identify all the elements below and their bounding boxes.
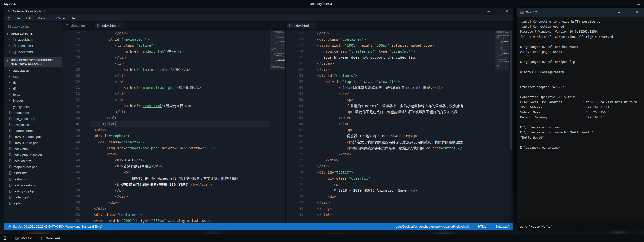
tree-folder[interactable]: ▸images [4,97,62,103]
notepada-titlebar[interactable]: NotepadA - index.html – □ × [4,8,513,15]
line-number: 53 [286,42,303,48]
tree-folder[interactable]: ▸yamiyamlml [4,103,62,110]
bracket-highlight: </div> [102,122,116,126]
maximize-icon[interactable]: □ [627,10,629,14]
tree-file[interactable]: features.html [4,128,62,134]
open-editors-header[interactable]: ▾ OPEN EDITORS [4,31,62,36]
vertical-scrollbar[interactable] [509,30,513,223]
tree-file[interactable]: index.html [4,146,62,152]
terminal-input[interactable]: echo "Hello World" [517,223,644,230]
menu-help[interactable]: Help [68,16,80,20]
tree-file[interactable]: trailer.mp4 [4,194,62,200]
tree-folder[interactable]: ▸autostation [4,67,62,73]
code-line: <p>請注意，我們的伺服器為確保玩家及遊玩時的質素，我們對的服務開放 [313,139,495,145]
tree-file[interactable]: teabag.7z [4,176,62,182]
code-line: <a href="news.html">玩家傳送門</a> [89,103,270,109]
tree-file[interactable]: HKWTC rule.pdf [4,140,62,146]
tree-file[interactable]: mapredirect.php [4,164,62,170]
tree-file[interactable]: location.html [4,158,62,164]
code-area[interactable]: </div> <ul id="navigation"> <li class="a… [85,30,270,223]
terminal-line: Ethernet adapter ?A?????: [520,85,641,90]
close-editor-icon[interactable]: × [9,44,11,48]
open-editor-label: index.html [18,44,33,48]
tree-folder[interactable]: ▸dl [4,85,62,91]
code-line: <div> [89,151,270,157]
tree-file[interactable]: test_sockets.php [4,182,62,188]
code-line: <b>你知道我們全線伺服器已轉用 SSD 了嗎？</b></span> [89,181,270,187]
os-brand[interactable]: My ArOZ [4,2,17,6]
line-number: 71 [286,151,303,157]
minimize-icon[interactable]: – [618,10,620,14]
editor-group-right: index.html× 5152535455565758596061626364… [286,22,513,223]
line-number: 74 [286,169,303,175]
tab-close-icon[interactable]: × [311,24,313,27]
taskbar-item-wstty[interactable]: WsTTY [11,234,36,242]
tree-file[interactable]: favicon.ico [4,122,62,128]
menu-view[interactable]: View [35,16,48,20]
workspace-path-line2: /TEST/WWW CLEANED/ [11,62,53,66]
text-cursor [115,122,115,126]
terminal-line: [info] Conencting to arozos WsTTY servic… [520,19,641,24]
tab-close-icon[interactable]: × [119,24,121,27]
code-line: </p> [89,187,270,193]
close-editor-icon[interactable]: × [9,50,11,54]
minimize-icon[interactable]: – [488,9,490,13]
code-area[interactable]: </div> <div class="container"> <video wi… [309,30,495,223]
line-number: 76 [286,181,303,187]
tree-file[interactable]: testmysql.php [4,188,62,194]
code-line: <div id="topbox"> [89,133,270,139]
taskbar-item-notepada[interactable]: NotepadA [36,234,64,242]
window-controls: – □ × [618,10,641,14]
scrollbar-thumb[interactable] [510,30,512,150]
folder-label: fonts [13,93,20,96]
open-editor-item[interactable]: ×about.html [4,36,62,43]
minimap[interactable]: </div> <ul id="navigation"> <li class="a… [270,30,285,223]
line-number: 49 [62,193,80,199]
code-line: </div> [313,193,495,199]
terminal-output[interactable]: [info] Conencting to arozos WsTTY servic… [517,17,644,223]
terminal-line: Windows IP Configuration [520,70,641,75]
code-line: <li class="active"> [89,42,270,48]
tree-folder[interactable]: ▸dc [4,79,62,85]
editor-tab[interactable]: about.html× [62,22,94,29]
menu-file[interactable]: File [12,16,23,20]
code-line: <div> [313,91,495,97]
app-launcher-button[interactable] [0,234,11,242]
status-language-mode[interactable]: HTML [478,225,486,228]
taskbar-item-label: WsTTY [21,236,32,240]
line-number: 42 [62,151,80,157]
file-label: add_vhost.php [14,117,35,121]
code-line: </div> [313,157,495,163]
tree-file[interactable]: add_vhost.php [4,116,62,122]
line-number: 69 [286,139,303,145]
close-icon[interactable]: × [506,9,508,13]
window-controls: – □ × [488,9,510,13]
menu-edit[interactable]: Edit [23,16,35,20]
editor-tab[interactable]: index.html× [286,22,316,29]
tab-close-icon[interactable]: × [88,24,90,27]
tree-file[interactable]: HKWTC notice.pdf [4,134,62,140]
maximize-icon[interactable]: □ [497,9,499,13]
tree-file[interactable]: index.php_disabled [4,152,62,158]
open-editor-item[interactable]: ×index.html [4,43,62,49]
tree-file[interactable]: about.html [4,110,62,116]
wstty-titlebar[interactable]: WsTTY – □ × [517,8,644,17]
line-number: 39 [62,133,80,139]
close-icon[interactable]: × [636,10,638,14]
tree-file[interactable]: news.html [4,170,62,176]
close-editor-icon[interactable]: × [9,38,11,41]
workspace-header[interactable]: ▾ USER/DESKTOP/SCREENSHOT /TEST/WWW CLEA… [4,57,62,67]
minimap[interactable]: </div> <div class="container"> <video wi… [495,30,509,223]
tree-folder[interactable]: ▸css [4,73,62,79]
tree-folder[interactable]: ▸fonts [4,91,62,97]
menu-font-size[interactable]: Font Size [48,16,68,20]
file-label: features.html [14,129,33,133]
editor-tab[interactable]: index.html× [94,22,124,29]
notepada-logo-icon [6,16,11,20]
tree-file[interactable]: x.php [4,200,62,206]
line-number: 78 [286,193,303,199]
line-number: 53 [62,218,80,224]
terminal-line: D:\golang\aroz online>chcp 65001 [520,44,641,49]
open-editor-item[interactable]: ×index.html [4,49,62,55]
hamburger-menu-icon[interactable]: ≡ [637,1,640,6]
